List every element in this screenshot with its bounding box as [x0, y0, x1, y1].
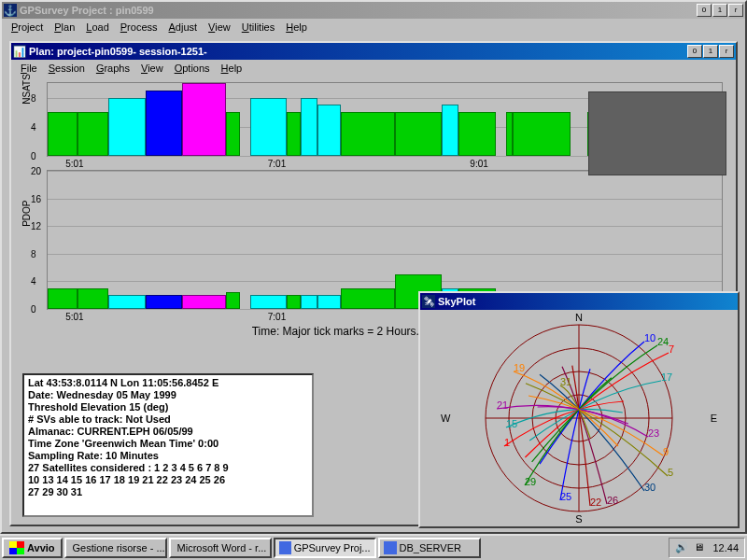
- sat-label: 31: [560, 376, 571, 387]
- sat-label: 24: [657, 336, 669, 347]
- chart-bar: [226, 292, 239, 310]
- info-line: Lat 43:53:8.0114 N Lon 11:05:56.8452 E: [28, 377, 308, 389]
- menu-item-graphs[interactable]: Graphs: [91, 61, 135, 76]
- skyplot-icon: 🛰: [422, 295, 435, 308]
- start-button[interactable]: Avvio: [2, 538, 63, 558]
- xtick: 7:01: [268, 159, 286, 169]
- menu-item-view[interactable]: View: [135, 61, 169, 76]
- close-button[interactable]: r: [728, 4, 743, 17]
- preview-panel: [588, 91, 726, 175]
- ytick: 8: [31, 248, 36, 259]
- sat-label: 23: [648, 427, 659, 439]
- sat-label: 22: [590, 497, 601, 508]
- menu-item-utilities[interactable]: Utilities: [236, 20, 280, 35]
- chart-bar: [226, 112, 239, 156]
- close-button[interactable]: r: [719, 45, 734, 58]
- chart-bar: [317, 295, 341, 309]
- sat-label: 1: [504, 437, 510, 448]
- info-line: 27 Satellites considered : 1 2 3 4 5 6 7…: [28, 462, 308, 474]
- skyplot-titlebar[interactable]: 🛰 SkyPlot: [420, 293, 738, 310]
- taskbar-button[interactable]: Gestione risorse - ...: [64, 538, 167, 558]
- taskbar: Avvio Gestione risorse - ...Microsoft Wo…: [0, 534, 747, 560]
- minimize-button[interactable]: 0: [697, 4, 712, 17]
- menu-item-adjust[interactable]: Adjust: [163, 20, 204, 35]
- chart-bar: [146, 91, 183, 156]
- app-menubar: ProjectPlanLoadProcessAdjustViewUtilitie…: [2, 19, 745, 35]
- chart-bar: [301, 98, 317, 156]
- maximize-button[interactable]: 1: [703, 45, 718, 58]
- info-line: 27 29 30 31: [28, 486, 308, 498]
- sat-label: 15: [506, 418, 517, 429]
- sat-label: 17: [661, 371, 672, 383]
- chart-bar: [250, 295, 288, 309]
- plan-title: Plan: project-pin0599- session-1251-: [29, 46, 687, 57]
- chart-bar: [48, 288, 78, 309]
- chart-bar: [146, 295, 183, 309]
- skyplot-svg: 102471723953026222529115211931: [476, 315, 682, 521]
- app-title: GPSurvey Project : pin0599: [20, 5, 697, 16]
- sat-label: 5: [668, 467, 673, 478]
- chart-bar: [250, 98, 288, 156]
- sat-label: 10: [644, 332, 655, 343]
- sat-label: 19: [514, 362, 525, 373]
- app-task-icon: [384, 541, 397, 554]
- taskbar-button-label: DB_SERVER: [400, 542, 461, 553]
- minimize-button[interactable]: 0: [687, 45, 702, 58]
- compass-w: W: [441, 413, 450, 424]
- info-line: Sampling Rate: 10 Minutes: [28, 450, 308, 462]
- ytick: 4: [31, 121, 36, 132]
- sat-label: 30: [644, 482, 655, 493]
- info-line: # SVs able to track: Not Used: [28, 413, 308, 426]
- sat-label: 7: [669, 343, 674, 355]
- ytick: 12: [31, 221, 41, 231]
- compass-e: E: [711, 413, 717, 424]
- chart-bar: [287, 295, 300, 309]
- pdop-chart: PDOP0481216205:017:019:01: [47, 170, 723, 310]
- menu-item-process[interactable]: Process: [115, 20, 163, 35]
- chart-bar: [48, 112, 78, 156]
- start-label: Avvio: [27, 542, 55, 553]
- info-line: 10 13 14 15 16 17 18 19 21 22 23 24 25 2…: [28, 474, 308, 486]
- maximize-button[interactable]: 1: [712, 4, 727, 17]
- app-task-icon: [279, 541, 291, 554]
- taskbar-button[interactable]: GPSurvey Proj...: [274, 538, 376, 558]
- chart-bar: [442, 105, 458, 156]
- chart-bar: [301, 295, 317, 309]
- chart-bar: [395, 112, 443, 156]
- menu-item-view[interactable]: View: [203, 20, 236, 35]
- skyplot-body: N S E W 102471723953026222529115211931: [420, 310, 738, 526]
- plan-titlebar[interactable]: 📊 Plan: project-pin0599- session-1251- 0…: [11, 43, 736, 60]
- app-titlebar[interactable]: ⚓ GPSurvey Project : pin0599 0 1 r: [2, 2, 745, 19]
- windows-flag-icon: [9, 541, 24, 554]
- ytick: 4: [31, 276, 36, 287]
- chart-bar: [108, 98, 146, 156]
- sat-label: 26: [607, 495, 618, 506]
- chart-bar: [78, 112, 107, 156]
- info-line: Almanac: CURRENT.EPH 06/05/99: [28, 426, 308, 438]
- menu-item-load[interactable]: Load: [80, 20, 114, 35]
- plan-menubar: FileSessionGraphsViewOptionsHelp: [11, 60, 736, 77]
- taskbar-button[interactable]: DB_SERVER: [378, 538, 481, 558]
- menu-item-options[interactable]: Options: [169, 61, 216, 76]
- sat-label: 21: [497, 399, 508, 411]
- system-tray: 🔊 🖥 12.44: [669, 538, 745, 558]
- taskbar-button-label: GPSurvey Proj...: [294, 542, 371, 553]
- chart-bar: [458, 112, 496, 156]
- menu-item-help[interactable]: Help: [280, 20, 313, 35]
- menu-item-plan[interactable]: Plan: [49, 20, 80, 35]
- display-icon[interactable]: 🖥: [694, 541, 707, 554]
- app-window: ⚓ GPSurvey Project : pin0599 0 1 r Proje…: [0, 0, 747, 534]
- volume-icon[interactable]: 🔊: [675, 541, 688, 554]
- chart-bar: [513, 112, 570, 156]
- app-icon: ⚓: [4, 4, 17, 17]
- sat-label: 9: [663, 446, 669, 457]
- plan-icon: 📊: [13, 45, 26, 58]
- menu-item-session[interactable]: Session: [43, 61, 91, 76]
- skyplot-window[interactable]: 🛰 SkyPlot N S E W 1024717239530262225291…: [418, 291, 740, 528]
- taskbar-button[interactable]: Microsoft Word - r...: [169, 538, 272, 558]
- chart-bar: [317, 105, 341, 156]
- xtick: 5:01: [65, 312, 83, 322]
- menu-item-project[interactable]: Project: [6, 20, 49, 35]
- ytick: 16: [31, 193, 41, 203]
- menu-item-help[interactable]: Help: [216, 61, 248, 76]
